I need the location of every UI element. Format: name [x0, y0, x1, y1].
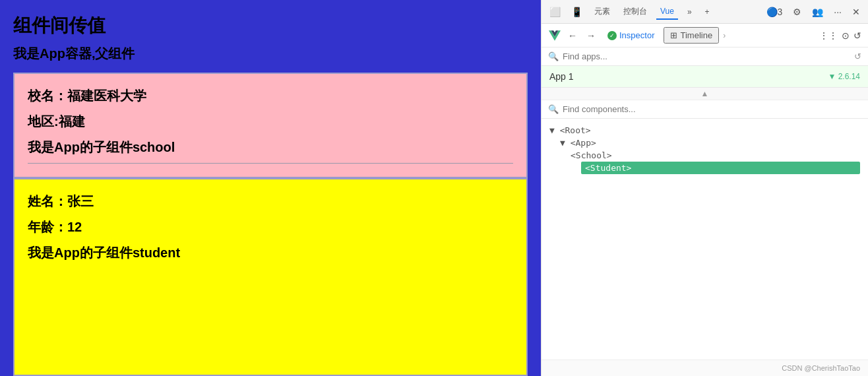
timeline-grid-icon: ⊞ [670, 30, 677, 40]
app-container: 组件间传值 我是App容器,父组件 校名：福建医科大学 地区:福建 我是App的… [0, 0, 541, 376]
tree-student[interactable]: <Student> [581, 162, 860, 174]
screenshot-icon[interactable]: ⬜ [547, 5, 563, 18]
back-btn[interactable]: ← [565, 29, 580, 42]
timeline-button[interactable]: ⊞ Timeline [664, 27, 719, 44]
tree-root[interactable]: ▼ <Root> [549, 124, 860, 137]
close-icon[interactable]: ✕ [850, 5, 863, 18]
timeline-label: Timeline [680, 30, 712, 40]
school-label: 我是App的子组件school [28, 139, 513, 156]
app-row[interactable]: App 1 ▼ 2.6.14 [542, 66, 868, 88]
search-components-input[interactable] [563, 104, 861, 114]
gear-icon[interactable]: ⚙ [790, 5, 804, 18]
page-title: 组件间传值 [13, 13, 528, 38]
devtools-footer: CSDN @CherishTaoTao [542, 360, 868, 376]
inspector-button[interactable]: ✓ Inspector [602, 28, 660, 42]
devtools-topbar: ⬜ 📱 元素 控制台 Vue » + 🔵3 ⚙ 👥 ··· ✕ [542, 0, 868, 24]
student-component: 姓名：张三 年龄：12 我是App的子组件student [13, 178, 528, 376]
search-components-bar: 🔍 [542, 100, 868, 119]
tree-icon[interactable]: ⋮⋮ [819, 30, 838, 41]
inspector-label: Inspector [619, 30, 654, 40]
tree-school[interactable]: <School> [571, 149, 860, 162]
search-components-icon: 🔍 [548, 104, 559, 114]
search-apps-icon: 🔍 [548, 51, 559, 61]
up-arrow-icon: ▲ [701, 89, 709, 98]
tree-app[interactable]: ▼ <App> [560, 137, 860, 149]
school-component: 校名：福建医科大学 地区:福建 我是App的子组件school [13, 73, 528, 178]
vue-toolbar: ← → ✓ Inspector ⊞ Timeline › ⋮⋮ ⊙ ↺ [542, 24, 868, 47]
settings-icon[interactable]: ⊙ [842, 30, 850, 41]
refresh-apps-icon[interactable]: ↺ [854, 51, 861, 61]
app-row-version: ▼ 2.6.14 [828, 72, 860, 81]
refresh-toolbar-icon[interactable]: ↺ [853, 30, 861, 41]
toolbar-right: ⋮⋮ ⊙ ↺ [819, 30, 861, 41]
component-tree: ▼ <Root> ▼ <App> <School> <Student> [542, 119, 868, 360]
inspector-check-icon: ✓ [607, 31, 617, 40]
devtools-panel: ⬜ 📱 元素 控制台 Vue » + 🔵3 ⚙ 👥 ··· ✕ ← → ✓ In… [541, 0, 868, 376]
school-region: 地区:福建 [28, 113, 513, 131]
tab-more[interactable]: » [683, 5, 696, 19]
footer-text: CSDN @CherishTaoTao [782, 364, 860, 372]
tab-elements[interactable]: 元素 [590, 3, 614, 20]
student-label: 我是App的子组件student [28, 244, 513, 262]
search-apps-input[interactable] [563, 51, 850, 61]
search-apps-bar: 🔍 ↺ [542, 47, 868, 66]
ellipsis-icon[interactable]: ··· [831, 5, 844, 18]
tab-vue[interactable]: Vue [656, 4, 678, 20]
collapse-arrow[interactable]: ▲ [542, 88, 868, 100]
tab-console[interactable]: 控制台 [619, 3, 651, 20]
vue-logo [548, 29, 561, 42]
forward-btn[interactable]: → [584, 29, 598, 42]
student-age: 年龄：12 [28, 218, 513, 236]
school-divider [28, 163, 513, 164]
tab-add[interactable]: + [701, 5, 714, 19]
app-label: 我是App容器,父组件 [13, 45, 528, 63]
app-row-label: App 1 [549, 71, 574, 82]
notification-badge[interactable]: 🔵3 [764, 5, 786, 18]
phone-icon[interactable]: 📱 [569, 5, 585, 18]
chevron-right-icon: › [723, 31, 726, 40]
student-name: 姓名：张三 [28, 193, 513, 210]
people-icon[interactable]: 👥 [809, 5, 826, 18]
school-name: 校名：福建医科大学 [28, 87, 513, 105]
